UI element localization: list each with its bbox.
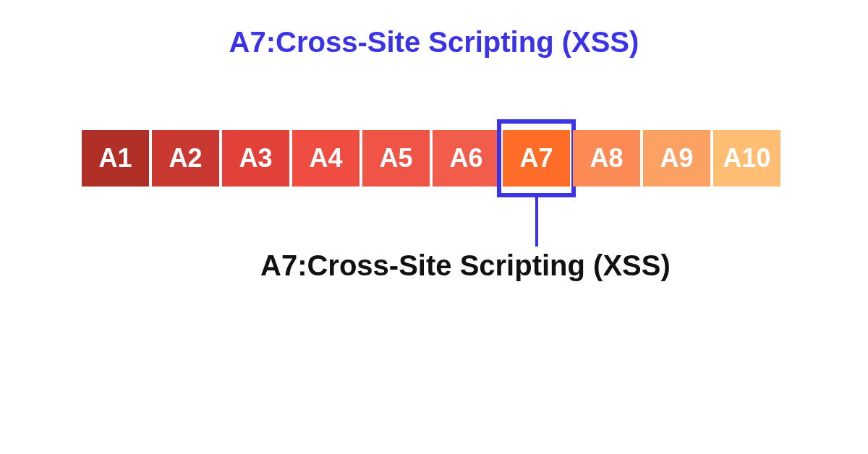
risk-cell-a6: A6 <box>433 130 500 187</box>
risk-cell-a8: A8 <box>573 130 640 187</box>
risk-cell-a10: A10 <box>713 130 780 187</box>
risk-cell-a2: A2 <box>152 130 219 187</box>
risk-cell-a1: A1 <box>82 130 149 187</box>
risk-cell-a3: A3 <box>222 130 289 187</box>
risk-cell-a9: A9 <box>643 130 710 187</box>
callout-label: A7:Cross-Site Scripting (XSS) <box>260 249 671 282</box>
risk-cell-a7: A7 <box>503 130 570 187</box>
callout-connector-line <box>535 197 538 247</box>
risk-scale-row: A1A2A3A4A5A6A7A8A9A10 <box>82 130 780 187</box>
risk-cell-a5: A5 <box>362 130 430 187</box>
diagram-title: A7:Cross-Site Scripting (XSS) <box>0 26 868 59</box>
risk-cell-a4: A4 <box>292 130 359 187</box>
highlight-border <box>497 119 576 197</box>
